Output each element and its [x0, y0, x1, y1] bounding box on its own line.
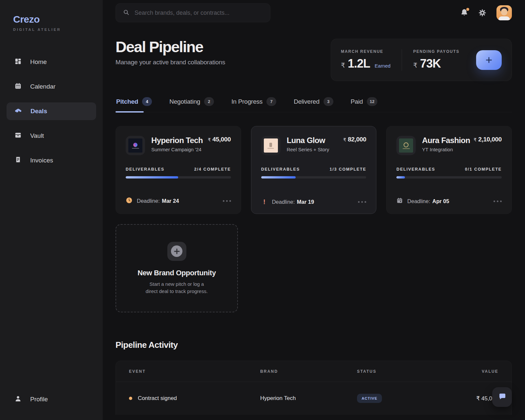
deal-value: ₹ 45,000: [205, 136, 231, 143]
avatar-face: [501, 9, 507, 15]
tab-count-badge: 4: [142, 97, 152, 106]
deal-card-aura-fashion[interactable]: Aura Fashion YT Integration ₹ 2,10,000 D…: [386, 126, 512, 214]
page-subtitle: Manage your active brand collaborations: [116, 59, 225, 66]
column-header-status: STATUS: [357, 369, 443, 374]
deadline-date: Mar 19: [297, 199, 314, 205]
sidebar-item-label: Calendar: [30, 83, 55, 90]
deadline-label: Deadline:: [137, 198, 160, 204]
card-menu-button[interactable]: [223, 198, 231, 204]
status-badge: ACTIVE: [357, 394, 382, 403]
sidebar-item-label: Profile: [30, 396, 48, 403]
rupee-symbol: ₹: [343, 137, 346, 142]
pending-payouts-stat: PENDING PAYOUTS ₹ 73K: [413, 49, 459, 71]
pipeline-tabs: Pitched 4 Negotiating 2 In Progress 7 De…: [116, 97, 512, 112]
aura-fashion-logo: [399, 138, 413, 153]
tab-label: Delivered: [294, 98, 319, 105]
stat-suffix: Earned: [375, 63, 390, 69]
new-brand-opportunity-card[interactable]: New Brand Opportunity Start a new pitch …: [116, 224, 238, 312]
search-input[interactable]: [135, 10, 263, 16]
luna-glow-logo: [264, 138, 278, 153]
search-icon: [123, 9, 129, 17]
row-brand: Hyperion Tech: [260, 395, 357, 402]
tab-paid[interactable]: Paid 12: [350, 97, 378, 112]
tab-negotiating[interactable]: Negotiating 2: [169, 97, 215, 112]
brand-tagline: DIGITAL ATELIER: [13, 28, 96, 32]
tab-delivered[interactable]: Delivered 3: [293, 97, 334, 112]
notifications-button[interactable]: [460, 9, 468, 17]
march-revenue-stat: MARCH REVENUE ₹ 1.2L Earned: [341, 49, 390, 71]
deal-project: Summer Campaign '24: [151, 147, 203, 152]
deal-amount: 2,10,000: [478, 136, 502, 143]
stat-value: 73K: [420, 57, 441, 71]
deadline-date: Apr 05: [432, 198, 449, 204]
deal-brand-name: Hyperion Tech: [151, 136, 203, 145]
activity-table-row[interactable]: Contract signed Hyperion Tech ACTIVE ₹ 4…: [116, 382, 512, 415]
user-avatar[interactable]: [496, 5, 512, 20]
deliverables-progress: [126, 176, 231, 178]
deliverables-progress: [396, 176, 502, 178]
deal-brand-name: Aura Fashion: [422, 136, 470, 145]
alert-icon: !: [261, 199, 268, 205]
tab-pitched[interactable]: Pitched 4: [116, 97, 153, 112]
deal-card-hyperion-tech[interactable]: Hyperion Tech Summer Campaign '24 ₹ 45,0…: [116, 126, 241, 214]
stat-label: PENDING PAYOUTS: [413, 49, 459, 54]
tab-label: Negotiating: [169, 98, 200, 105]
sidebar-item-label: Vault: [30, 132, 44, 139]
row-value: ₹ 45,000: [443, 395, 498, 402]
sidebar-item-invoices[interactable]: Invoices: [7, 152, 96, 169]
new-opportunity-subtitle: Start a new pitch or log a direct deal t…: [146, 281, 208, 295]
tab-label: In Progress: [231, 98, 262, 105]
home-icon: [14, 58, 22, 67]
receipt-icon: [14, 156, 22, 165]
add-deal-button[interactable]: [476, 50, 502, 70]
deliverables-progress: [261, 176, 367, 178]
chat-fab-button[interactable]: [492, 387, 512, 407]
activity-table-header: EVENT BRAND STATUS VALUE: [116, 361, 512, 382]
deliverables-label: DELIVERABLES: [396, 167, 435, 172]
person-icon: [14, 395, 22, 404]
stat-divider: [402, 49, 402, 71]
search-bar: [116, 3, 270, 22]
clock-icon: [126, 197, 133, 205]
calendar-icon: [14, 82, 22, 91]
handshake-icon: [14, 107, 22, 116]
tab-count-badge: 2: [204, 97, 214, 106]
sidebar-item-profile[interactable]: Profile: [7, 390, 96, 408]
tab-count-badge: 7: [266, 97, 276, 106]
brand-logo-tile: [261, 136, 281, 155]
tab-count-badge: 3: [324, 97, 333, 106]
deadline-label: Deadline:: [272, 199, 295, 205]
sidebar-item-label: Invoices: [30, 157, 53, 164]
card-menu-button[interactable]: [358, 199, 366, 205]
main-content: Deal Pipeline Manage your active brand c…: [103, 0, 525, 420]
event-text: Contract signed: [138, 395, 177, 402]
sidebar-item-vault[interactable]: Vault: [7, 127, 96, 145]
calendar-deadline-icon: [396, 197, 403, 205]
revenue-summary-card: MARCH REVENUE ₹ 1.2L Earned PENDING PAYO…: [331, 39, 512, 81]
deal-value: ₹ 82,000: [341, 136, 366, 143]
topbar: [116, 3, 512, 22]
deadline-date: Mar 24: [162, 198, 179, 204]
sidebar-item-calendar[interactable]: Calendar: [7, 78, 96, 95]
settings-button[interactable]: [478, 9, 487, 17]
deliverables-label: DELIVERABLES: [126, 167, 164, 172]
sidebar-item-deals[interactable]: Deals: [7, 102, 96, 120]
column-header-value: VALUE: [443, 369, 498, 374]
sidebar-item-home[interactable]: Home: [7, 53, 96, 71]
event-status-dot: [129, 397, 132, 400]
deal-project: Reel Series + Story: [287, 147, 329, 152]
plus-circle-icon: [171, 245, 182, 257]
brand-logo-tile: [126, 136, 145, 155]
deal-amount: 45,000: [212, 136, 231, 143]
tab-label: Pitched: [116, 98, 138, 105]
chat-bubble-icon: [498, 392, 507, 402]
tab-in-progress[interactable]: In Progress 7: [231, 97, 277, 112]
deliverables-complete: 0/1 COMPLETE: [465, 167, 502, 172]
card-menu-button[interactable]: [494, 199, 502, 204]
deal-brand-name: Luna Glow: [287, 136, 329, 145]
avatar-shirt: [498, 16, 510, 20]
brand-logo: Crezo DIGITAL ATELIER: [7, 14, 96, 32]
deal-card-luna-glow[interactable]: Luna Glow Reel Series + Story ₹ 82,000 D…: [251, 126, 377, 214]
page-header: Deal Pipeline Manage your active brand c…: [116, 39, 512, 81]
sidebar-nav: Home Calendar: [7, 53, 96, 169]
